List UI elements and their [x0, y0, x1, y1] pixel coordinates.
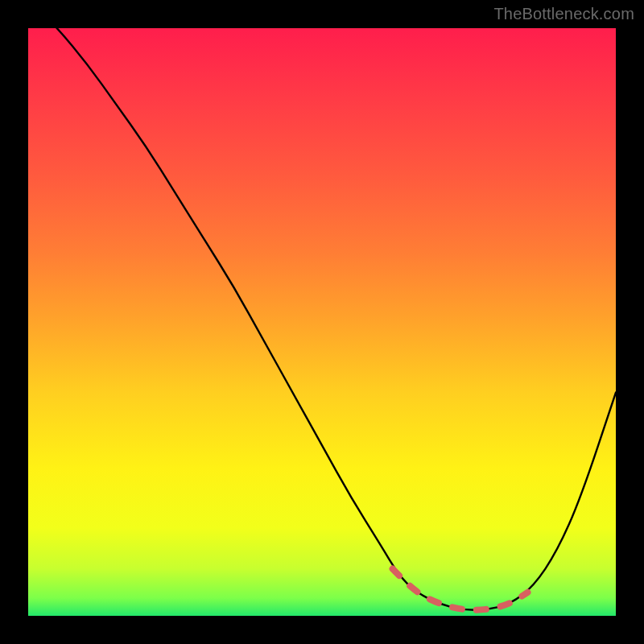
- watermark-text: TheBottleneck.com: [493, 5, 634, 23]
- plot-svg: [28, 28, 616, 616]
- plot-area: [28, 28, 616, 616]
- chart-frame: TheBottleneck.com: [0, 0, 644, 644]
- gradient-background: [28, 28, 616, 616]
